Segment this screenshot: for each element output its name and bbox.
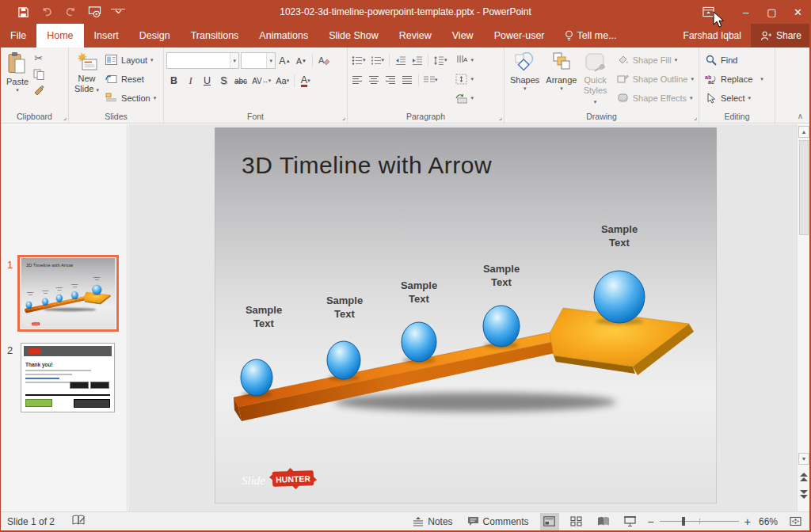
tab-view[interactable]: View	[442, 24, 484, 48]
justify-button[interactable]	[400, 72, 415, 88]
align-right-button[interactable]	[383, 72, 398, 88]
customize-qat-icon[interactable]	[111, 9, 125, 15]
slide-indicator[interactable]: Slide 1 of 2	[7, 516, 55, 527]
tab-animations[interactable]: Animations	[249, 24, 318, 48]
scroll-down-icon[interactable]: ▼	[798, 453, 809, 465]
new-slide-button[interactable]: New Slide ▾	[71, 50, 102, 110]
drawing-dialog-launcher[interactable]: ⌟	[694, 114, 697, 121]
italic-button[interactable]: I	[183, 73, 198, 89]
increase-indent-button[interactable]	[409, 52, 425, 68]
bullets-button[interactable]: ▾	[350, 52, 367, 68]
zoom-slider-handle[interactable]	[682, 517, 685, 526]
decrease-indent-button[interactable]	[393, 52, 408, 68]
clear-formatting-button[interactable]: A	[316, 53, 331, 69]
strikethrough-button[interactable]: abc	[233, 73, 249, 89]
minimize-button[interactable]: –	[733, 0, 759, 24]
slide-sorter-view-button[interactable]	[567, 513, 586, 530]
thumbnail-slide-1[interactable]	[17, 255, 119, 332]
text-direction-button[interactable]: A▾	[452, 51, 477, 68]
normal-view-button[interactable]	[540, 513, 559, 530]
next-slide-button[interactable]	[798, 488, 809, 501]
undo-icon[interactable]	[40, 4, 54, 20]
start-from-beginning-icon[interactable]	[87, 4, 101, 20]
cut-icon[interactable]: ✂	[32, 51, 45, 65]
underline-button[interactable]: U	[200, 73, 215, 89]
font-name-input[interactable]	[167, 53, 230, 68]
close-button[interactable]: ✕	[785, 0, 811, 24]
slide-background[interactable]	[215, 127, 717, 504]
timeline-sphere-1[interactable]	[241, 359, 272, 396]
zoom-out-button[interactable]: −	[648, 515, 654, 528]
tell-me-box[interactable]: Tell me...	[555, 24, 626, 48]
slide-canvas[interactable]: 3D Timeline with Arrow SampleTextSampleT…	[215, 127, 717, 504]
reading-view-button[interactable]	[594, 513, 613, 530]
section-button[interactable]: Section▾	[102, 89, 158, 106]
reset-button[interactable]: Reset	[102, 70, 158, 87]
tab-slide-show[interactable]: Slide Show	[318, 24, 389, 48]
comments-toggle[interactable]: Comments	[464, 512, 532, 531]
timeline-sphere-2[interactable]	[327, 341, 360, 379]
scrollbar-thumb[interactable]	[799, 140, 809, 235]
paste-button[interactable]: Paste ▾	[3, 50, 32, 110]
timeline-sphere-4[interactable]	[483, 306, 520, 347]
timeline-sphere-5[interactable]	[594, 271, 645, 323]
layout-button[interactable]: Layout▾	[102, 51, 158, 68]
timeline-sphere-3[interactable]	[402, 322, 436, 362]
columns-button[interactable]: ▾	[422, 72, 440, 88]
previous-slide-button[interactable]	[798, 471, 809, 484]
shape-effects-button[interactable]: Shape Effects▾	[614, 89, 696, 106]
font-dialog-launcher[interactable]: ⌟	[342, 114, 345, 121]
find-button[interactable]: Find	[702, 51, 766, 68]
font-size-input[interactable]	[242, 53, 266, 68]
tab-insert[interactable]: Insert	[84, 24, 129, 48]
clipboard-dialog-launcher[interactable]: ⌟	[63, 114, 67, 121]
change-case-button[interactable]: Aa▾	[274, 73, 291, 89]
zoom-level[interactable]: 66%	[759, 516, 778, 527]
zoom-in-button[interactable]: +	[744, 515, 751, 528]
bold-button[interactable]: B	[166, 73, 181, 89]
numbering-button[interactable]: ▾	[369, 52, 386, 68]
grow-font-button[interactable]: A▲	[277, 53, 292, 69]
format-painter-icon[interactable]	[32, 83, 45, 97]
line-spacing-button[interactable]: ▾	[432, 52, 449, 68]
vertical-scrollbar[interactable]: ▲ ▼	[797, 124, 809, 511]
thumbnail-slide-2[interactable]: Thank you!	[21, 343, 115, 412]
align-left-button[interactable]	[350, 72, 365, 88]
shrink-font-button[interactable]: A▼	[294, 53, 309, 69]
slide-editor-area[interactable]: 3D Timeline with Arrow SampleTextSampleT…	[128, 124, 797, 511]
font-size-combo[interactable]: ▾	[241, 52, 276, 69]
quick-styles-button[interactable]: QuickStyles ▾	[580, 50, 610, 110]
arrange-button[interactable]: Arrange ▾	[543, 50, 580, 110]
zoom-slider[interactable]	[660, 517, 739, 526]
slide-show-view-button[interactable]	[621, 513, 640, 530]
font-color-button[interactable]: A▾	[298, 73, 313, 89]
redo-icon[interactable]	[63, 4, 78, 20]
notes-indicator-icon[interactable]	[72, 515, 86, 528]
copy-icon[interactable]	[32, 67, 45, 81]
paragraph-dialog-launcher[interactable]: ⌟	[499, 114, 502, 121]
replace-button[interactable]: abac Replace ▾	[702, 70, 766, 87]
notes-toggle[interactable]: Notes	[409, 512, 455, 531]
shape-outline-button[interactable]: Shape Outline▾	[614, 70, 696, 87]
text-shadow-button[interactable]: S	[216, 73, 231, 89]
maximize-button[interactable]: ▢	[759, 0, 785, 24]
save-icon[interactable]	[16, 4, 30, 20]
collapse-ribbon-button[interactable]: ∧	[798, 112, 803, 120]
tab-file[interactable]: File	[0, 24, 36, 48]
character-spacing-button[interactable]: AV↔▾	[250, 73, 272, 89]
tab-review[interactable]: Review	[389, 24, 442, 48]
tab-design[interactable]: Design	[129, 24, 181, 48]
scroll-up-icon[interactable]: ▲	[798, 126, 809, 138]
fit-slide-to-window-button[interactable]	[786, 513, 805, 530]
select-button[interactable]: Select▾	[702, 89, 766, 106]
slide-title[interactable]: 3D Timeline with Arrow	[242, 152, 492, 178]
convert-to-smartart-button[interactable]: ▾	[452, 89, 477, 106]
shapes-button[interactable]: Shapes ▾	[507, 50, 543, 110]
shape-fill-button[interactable]: Shape Fill▾	[614, 51, 696, 68]
font-name-combo[interactable]: ▾	[166, 52, 239, 69]
tab-home[interactable]: Home	[36, 24, 83, 48]
align-text-button[interactable]: ▾	[452, 70, 477, 87]
tab-power-user[interactable]: Power-user	[484, 24, 555, 48]
align-center-button[interactable]	[367, 72, 382, 88]
tab-transitions[interactable]: Transitions	[181, 24, 249, 48]
